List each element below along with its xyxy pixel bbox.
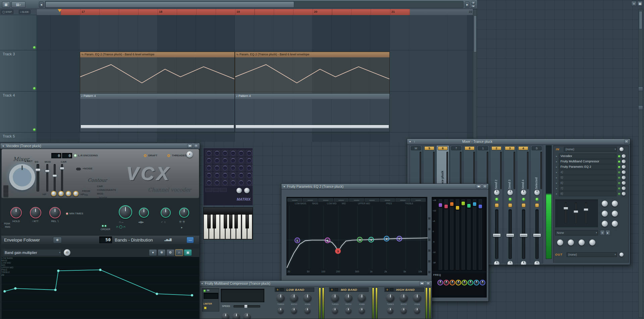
eq-band-slider-thumb[interactable] (438, 203, 442, 207)
filter-knob[interactable] (51, 191, 56, 196)
matrix-cell-knob[interactable] (207, 158, 211, 163)
strip-pan-knob[interactable] (494, 190, 499, 195)
multiband-ratio-knob[interactable] (344, 294, 353, 302)
mixer-eq-slider-thumb[interactable] (574, 210, 578, 213)
matrix-cell-knob[interactable] (239, 180, 244, 185)
multiband-small-knob[interactable] (401, 308, 407, 314)
eq-band-slider[interactable] (439, 199, 442, 270)
matrix-cell-knob[interactable] (239, 151, 244, 156)
matrix-cell[interactable] (221, 157, 228, 164)
playlist-grid-icon[interactable]: ▦ (2, 1, 10, 8)
automation-clip[interactable]: ∿ Param. EQ 2 (Trance pluck) - Band 6 le… (235, 52, 390, 94)
eq-band-handle-4[interactable]: 4 (368, 237, 374, 243)
mixer-panel-knob[interactable] (557, 240, 563, 246)
eq-band-slider[interactable] (479, 199, 482, 270)
matrix-cell[interactable] (205, 150, 212, 156)
sg-slider-thumb[interactable] (35, 168, 41, 171)
eq-band-toggle[interactable] (428, 217, 431, 220)
rms-label[interactable]: RMS (5, 226, 10, 228)
mixer-panel-knob[interactable] (568, 240, 574, 246)
eq-freq-knob[interactable] (455, 280, 461, 285)
fx-slot-led[interactable] (618, 188, 620, 190)
mixer-tool-icon[interactable]: ≡ (600, 230, 605, 235)
order-knob[interactable] (119, 205, 132, 219)
fx-slot-led[interactable] (618, 182, 620, 184)
formant-knob[interactable] (139, 208, 149, 218)
noise-toggle[interactable] (76, 168, 81, 170)
band-mute-button[interactable] (280, 288, 284, 291)
automation-clip-header[interactable]: ∿ Param. EQ 2 (Trance pluck) - Band 6 le… (80, 52, 234, 57)
matrix-cell[interactable] (246, 165, 253, 171)
fx-slot-name[interactable]: 8) (559, 191, 616, 196)
eq-band-slider-thumb[interactable] (467, 204, 471, 208)
matrix-cell-knob[interactable] (215, 180, 219, 185)
matrix-cell-knob[interactable] (223, 151, 227, 156)
eq-band-slider-thumb[interactable] (478, 204, 482, 209)
mixer-eq-slider[interactable] (575, 202, 577, 224)
multiband-knee-knob[interactable] (413, 294, 421, 302)
close-icon[interactable]: × (194, 144, 198, 148)
matrix-cell[interactable] (221, 165, 228, 171)
matrix-cell-knob[interactable] (215, 166, 219, 170)
fx-slot-led[interactable] (618, 193, 620, 195)
eq-freq-knob[interactable] (437, 280, 443, 285)
window-menu-icon[interactable]: ▾ (283, 185, 286, 188)
mixer-out-dropdown[interactable]: (none)▾ (567, 252, 617, 257)
track-name[interactable]: Track 4 (3, 93, 15, 97)
playlist-corner-up-icon[interactable]: ▴ (471, 1, 476, 4)
mixer-strip[interactable]: 3Send 3 (503, 145, 516, 263)
unison-knob[interactable] (179, 208, 189, 218)
matrix-cell-knob[interactable] (223, 166, 227, 170)
matrix-cell[interactable] (221, 172, 228, 178)
strip-badge[interactable]: 4 (518, 146, 528, 150)
track-led[interactable] (33, 46, 36, 49)
strip-badge[interactable]: 5 (424, 146, 434, 150)
eq-band-tab[interactable] (318, 198, 333, 202)
eq-band-handle-1[interactable]: 1 (294, 237, 300, 243)
playlist-corner-down-icon[interactable]: ▾ (471, 5, 476, 8)
eq-freq-knob[interactable] (474, 280, 479, 285)
fx-slot-arrow-icon[interactable]: ▸ (555, 187, 558, 190)
edge-button[interactable] (638, 105, 643, 110)
multiband-thres-knob[interactable] (331, 294, 339, 302)
automation-envelope-curve[interactable] (80, 57, 234, 94)
matrix-knob[interactable] (236, 188, 242, 193)
matrix-cell-knob[interactable] (231, 158, 235, 163)
strip-send-knob[interactable] (522, 203, 526, 207)
pattern-clip[interactable]: ♪ Pattern 4 (235, 93, 390, 132)
strip-stereo-knob[interactable] (521, 261, 526, 265)
mixer-panel-knob[interactable] (612, 201, 618, 207)
piano-black-key[interactable] (229, 214, 232, 228)
mixer-panel-knob[interactable] (612, 221, 618, 227)
matrix-cell-knob[interactable] (231, 151, 235, 156)
editor-curve-icon[interactable]: ∩ (175, 249, 183, 256)
eq-band-tab[interactable] (380, 198, 395, 202)
strip-fader-thumb[interactable] (493, 233, 501, 237)
fx-slot-row[interactable]: ▸Fruity Multiband Compressor (555, 159, 628, 164)
contour-item[interactable]: MOD (97, 192, 103, 195)
fx-slot-arrow-icon[interactable]: ▸ (555, 176, 558, 179)
matrix-cell[interactable] (229, 179, 236, 186)
multiband-small-knob[interactable] (414, 308, 420, 314)
matrix-cell[interactable] (205, 165, 212, 171)
multiband-knee-knob[interactable] (304, 294, 312, 302)
fx-slot-row[interactable]: ▸8) (555, 191, 628, 196)
mixer-panel-knob[interactable] (579, 240, 585, 246)
fx-slot-mix-knob[interactable] (622, 192, 626, 196)
mixer-strip[interactable]: 4Send 4 (517, 145, 530, 263)
hold-knob[interactable] (10, 207, 22, 218)
piano-black-key[interactable] (224, 214, 227, 228)
vocodex-band-editor[interactable]: LOW BASSBASSLOW MIDMIDUPPER MIDPRESTREBL… (1, 257, 199, 319)
vocodex-titlebar[interactable]: ▾ Vocodex (Trance pluck) ◂▸ × (0, 143, 200, 149)
fx-slot-led[interactable] (618, 177, 620, 179)
contour-item[interactable]: CONSONANTS (97, 189, 116, 192)
screen-menu-icon[interactable]: ≡ (631, 1, 637, 6)
mixer-none-dropdown[interactable]: None▾ (555, 230, 598, 235)
eq-display[interactable]: LOW BASSBASSLOW MIDMIDUPPER MIDPRESTREBL… (286, 197, 427, 275)
mixer-dock-icon[interactable]: ⁞ (413, 140, 416, 143)
eq-band-tab[interactable] (395, 198, 410, 202)
playlist-vscroll-thumb[interactable] (474, 15, 477, 52)
matrix-cell-knob[interactable] (223, 173, 227, 178)
strip-badge[interactable]: M (411, 146, 421, 150)
fx-slot-mix-knob[interactable] (622, 181, 626, 185)
